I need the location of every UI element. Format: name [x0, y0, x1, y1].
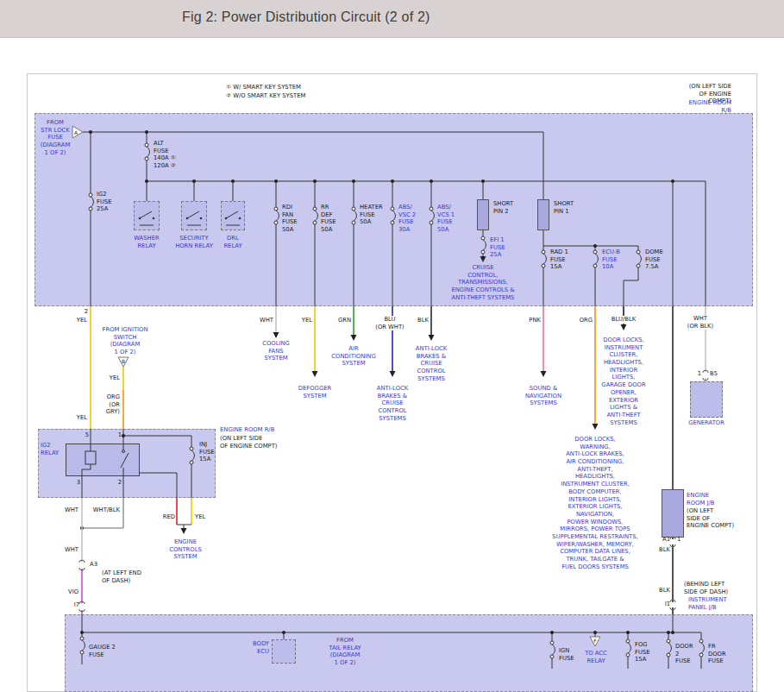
wire-label-blk-jb1: BLK: [659, 546, 670, 554]
wire-label-yel-defogger: YEL: [302, 317, 312, 324]
note-with-smart-key: ① W/ SMART KEY SYSTEM: [226, 84, 301, 91]
note-without-smart-key: ② W/O SMART KEY SYSTEM: [226, 92, 305, 100]
drl-relay-glyph: [225, 211, 241, 225]
instrument-panel-jb-location: (BEHIND LEFT SIDE OF DASH): [684, 581, 728, 595]
wire-label-org-door: ORG: [580, 317, 593, 324]
efi1-fuse-label: EFI 1 FUSE 25A: [490, 236, 505, 259]
efi1-fuse-symbol: [481, 236, 486, 254]
rr-def-fuse-symbol: [313, 207, 317, 224]
fr-door-fuse-label: FR DOOR FUSE: [708, 643, 726, 665]
ign-fuse-symbol: [550, 641, 555, 658]
dome-fuse-symbol: [637, 250, 641, 267]
dest-air-conditioning: AIR CONDITIONING SYSTEM: [331, 345, 375, 368]
dest-abs-cruise-1: ANTI-LOCK BRAKES & CRUISE CONTROL SYSTEM…: [416, 345, 447, 382]
ignition-connector-letter: B: [122, 358, 125, 364]
gauge2-fuse-symbol: [80, 637, 85, 654]
washer-relay-glyph: [139, 211, 155, 225]
wire-label-whtblk-pin2: WHT/BLK: [93, 506, 120, 514]
fr-door-fuse-symbol: [699, 639, 704, 657]
gauge2-fuse-label: GAUGE 2 FUSE: [89, 644, 116, 658]
relay-box-location: (ON LEFT SIDE OF ENGINE COMPT): [220, 435, 277, 450]
door2-fuse-symbol: [667, 639, 671, 657]
connector-i7-label: I7: [74, 601, 79, 609]
wire-label-red-engine: RED: [163, 513, 175, 521]
relay-box-name: ENGINE ROOM R/B: [220, 426, 274, 434]
washer-relay-label: WASHER RELAY: [134, 235, 159, 249]
heater-fuse-symbol: [352, 207, 356, 224]
tail-relay-source-label: FROM TAIL RELAY (DIAGRAM 1 OF 2): [329, 637, 361, 667]
inj-fuse-symbol: [190, 447, 194, 464]
connector-a1-label: A1: [662, 536, 670, 544]
dest-sound-nav: SOUND & NAVIGATION SYSTEMS: [525, 385, 561, 407]
fog-fuse-label: FOG FUSE 15A: [635, 641, 650, 664]
dest-door-locks-dome: DOOR LOCKS, INSTRUMENT CLUSTER, HEADLIGH…: [601, 337, 645, 426]
connector-a1-pin: 1: [677, 536, 681, 544]
ignition-source-label: FROM IGNITION SWITCH (DIAGRAM 1 OF 2): [103, 326, 148, 356]
abs-vsc2-fuse-symbol: [391, 207, 395, 224]
ign-fuse-label: IGN FUSE: [559, 647, 574, 662]
connector-a3-label: A3: [90, 561, 97, 569]
ecub-fuse-symbol: [593, 250, 598, 267]
security-horn-relay-label: SECURITY HORN RELAY: [175, 235, 213, 249]
ecub-fuse-label: ECU-B FUSE 10A: [602, 248, 620, 271]
wire-label-blu-abs: BLU (OR WHT): [374, 316, 405, 330]
rad1-fuse-label: RAD 1 FUSE 15A: [550, 248, 568, 271]
abs-vcs1-fuse-label: ABS/ VCS 1 FUSE 50A: [437, 204, 455, 234]
alt-fuse-label: ALT FUSE 140A ① 120A ②: [154, 140, 176, 170]
wire-label-yel-main: YEL: [77, 317, 87, 324]
dest-cooling: COOLING FANS SYSTEM: [262, 340, 290, 362]
abs-vsc2-fuse-label: ABS/ VSC 2 FUSE 30A: [398, 204, 416, 234]
wire-label-wht-pin3: WHT: [65, 506, 78, 514]
wire-label-pnk-sound: PNK: [529, 317, 541, 324]
dome-fuse-label: DOME FUSE 7.5A: [645, 248, 663, 271]
relay-pin-2: 2: [118, 479, 122, 487]
wire-label-yel-inj: YEL: [195, 513, 205, 521]
wire-label-blk-jb2: BLK: [659, 587, 670, 594]
instrument-panel-jb-name: INSTRUMENT PANEL J/B: [688, 596, 727, 611]
security-horn-relay-glyph: [186, 211, 203, 225]
relay-pin-3: 3: [77, 479, 80, 487]
rr-def-fuse-label: RR DEF FUSE 50A: [321, 204, 336, 234]
reference-triangles: A B F: [72, 126, 600, 646]
heater-fuse-label: HEATER FUSE 50A: [360, 204, 383, 226]
drl-relay-label: DRL RELAY: [223, 235, 241, 249]
generator-connector: B5: [710, 370, 718, 378]
wire-label-org-ignition: ORG (OR GRY): [106, 393, 120, 416]
generator-label: GENERATOR: [688, 419, 724, 427]
connector-i1-label: I1: [665, 601, 670, 608]
relay-pin-1: 1: [118, 431, 122, 439]
wire-label-blublk-door: BLU/BLK: [611, 316, 637, 324]
engine-room-jb-name: ENGINE ROOM J/B: [687, 492, 714, 506]
ig2-fuse-label: IG2 FUSE 25A: [97, 191, 112, 213]
fog-fuse-symbol: [626, 639, 630, 657]
str-lock-source-label: FROM STR LOCK FUSE (DIAGRAM 1 OF 2): [41, 119, 71, 156]
door2-fuse-label: DOOR 2 FUSE: [675, 643, 693, 665]
engine-room-jb-location: (ON LEFT SIDE OF ENGINE COMPT): [687, 507, 734, 530]
rb-name: ENGINE ROOM R/B: [679, 99, 731, 114]
wire-label-grn-ac: GRN: [338, 317, 351, 324]
body-ecu-label: BODY ECU: [253, 640, 269, 655]
short-pin-1-label: SHORT PIN 1: [554, 200, 574, 215]
dest-abs-cruise-2: ANTI-LOCK BRAKES & CRUISE CONTROL SYSTEM…: [377, 385, 408, 422]
inj-fuse-label: INJ FUSE 15A: [199, 441, 215, 463]
rad1-fuse-symbol: [542, 250, 546, 267]
relay-pin-5: 5: [85, 431, 89, 439]
generator-pin: 1: [698, 370, 701, 378]
connector-a3-note: (AT LEFT END OF DASH): [102, 569, 141, 584]
wire-label-blk-abs: BLK: [417, 317, 429, 324]
acc-relay-label: TO ACC RELAY: [585, 650, 607, 664]
alt-fuse-symbol: [145, 143, 149, 160]
wire-label-vio: VIO: [68, 588, 78, 596]
wire-label-yel-ignition: YEL: [110, 374, 120, 382]
exit-pin-2: 2: [85, 308, 88, 316]
acc-connector-letter: F: [593, 638, 597, 644]
dest-door-locks-ecub: DOOR LOCKS, WARNING, ANTI-LOCK BRAKES, A…: [552, 436, 637, 570]
short-pin-2-label: SHORT PIN 2: [493, 200, 513, 215]
dest-engine-controls: ENGINE CONTROLS SYSTEM: [169, 538, 202, 561]
wire-label-wht-generator: WHT (OR BLK): [687, 315, 714, 330]
ig2-relay-label: IG2 RELAY: [41, 442, 59, 456]
rdi-fan-fuse-symbol: [274, 207, 279, 224]
power-distribution-figure: Fig 2: Power Distribution Circuit (2 of …: [0, 0, 784, 692]
abs-vcs1-fuse-symbol: [430, 207, 434, 224]
wire-label-yel-relay: YEL: [77, 414, 87, 422]
